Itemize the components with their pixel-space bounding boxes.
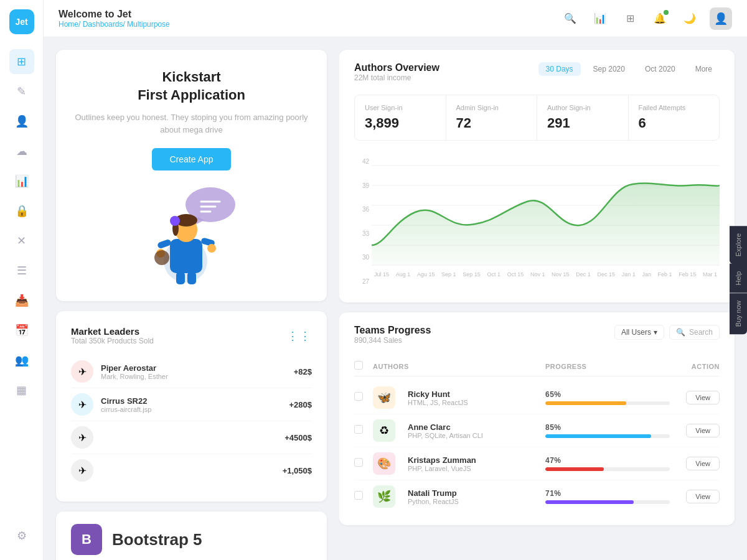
select-all-checkbox[interactable] — [354, 361, 363, 370]
team-member-name: Kristaps Zumman — [408, 455, 545, 465]
view-button[interactable]: View — [686, 490, 720, 503]
notification-icon[interactable]: 🔔 — [650, 9, 670, 29]
sidebar-item-group[interactable]: 👥 — [9, 348, 34, 373]
sidebar-item-cloud[interactable]: ☁ — [9, 139, 34, 164]
avatar[interactable]: 👤 — [710, 7, 732, 30]
row-checkbox[interactable] — [354, 491, 363, 500]
team-avatar: ♻ — [373, 419, 395, 442]
stat-failed-attempts: Failed Attempts 6 — [629, 95, 720, 140]
chart-x-label: Dec 1 — [576, 271, 591, 278]
stat-admin-signin: Admin Sign-in 72 — [446, 95, 538, 140]
chart-icon[interactable]: 📊 — [590, 9, 610, 29]
chart-x-label: Oct 1 — [487, 271, 501, 278]
team-avatar: 🎨 — [373, 452, 395, 475]
sidebar-item-inbox[interactable]: 📥 — [9, 288, 34, 313]
app-logo[interactable]: Jet — [9, 9, 34, 34]
market-leaders-options[interactable]: ⋮⋮ — [287, 329, 312, 343]
search-icon[interactable]: 🔍 — [560, 9, 580, 29]
kickstart-card: Kickstart First Application Outlines kee… — [56, 50, 327, 301]
progress-bar — [545, 500, 634, 504]
team-member-skills: HTML, JS, ReactJS — [408, 399, 545, 406]
teams-controls: All Users ▾ 🔍 Search — [614, 325, 720, 340]
page-title: Welcome to Jet — [59, 9, 560, 20]
team-progress: 65% — [545, 390, 670, 405]
market-item-value: +82$ — [294, 367, 312, 376]
view-button[interactable]: View — [686, 424, 720, 437]
team-member-skills: PHP, SQLite, Artisan CLI — [408, 432, 545, 439]
sidebar: Jet ⊞ ✎ 👤 ☁ 📊 🔒 ✕ ☰ 📥 📅 👥 ▦ ⚙ — [0, 0, 44, 560]
help-tab[interactable]: Help — [730, 264, 747, 293]
row-checkbox[interactable] — [354, 425, 363, 434]
teams-search-placeholder: Search — [689, 328, 713, 337]
svg-point-14 — [207, 244, 216, 253]
sidebar-item-edit[interactable]: ✎ — [9, 79, 34, 104]
chart-x-labels: Jul 15 Aug 1 Agu 15 Sep 1 Sep 15 Oct 1 O… — [372, 271, 720, 278]
market-leaders-header: Market Leaders Total 350k Products Sold … — [71, 326, 312, 345]
sidebar-item-lock[interactable]: 🔒 — [9, 198, 34, 223]
chart-x-label: Oct 15 — [507, 271, 524, 278]
sidebar-item-template[interactable]: ▦ — [9, 378, 34, 403]
period-tab-more[interactable]: More — [688, 62, 720, 76]
teams-progress-header: Teams Progress 890,344 Sales All Users ▾… — [354, 325, 720, 355]
chart-x-label: Nov 1 — [530, 271, 545, 278]
market-item-sub: Mark, Rowling, Esther — [101, 373, 286, 380]
chart-svg — [372, 153, 720, 271]
kickstart-title: Kickstart First Application — [71, 68, 312, 104]
sidebar-item-grid[interactable]: ⊞ — [9, 49, 34, 74]
view-button[interactable]: View — [686, 391, 720, 404]
svg-point-15 — [154, 250, 169, 265]
authors-total-income: 22M total income — [354, 73, 439, 82]
team-member-name: Natali Trump — [408, 488, 545, 498]
main-area: Welcome to Jet Home/ Dashboards/ Multipu… — [44, 0, 747, 560]
progress-bar — [545, 434, 651, 438]
market-item-sub: cirrus-aircraft.jsp — [101, 406, 281, 413]
team-member-skills: PHP, Laravel, VueJS — [408, 465, 545, 472]
teams-progress-card: Teams Progress 890,344 Sales All Users ▾… — [339, 312, 735, 525]
create-app-button[interactable]: Create App — [152, 148, 230, 170]
authors-overview-header: Authors Overview 22M total income 30 Day… — [354, 62, 720, 92]
chart-x-label: Dec 15 — [597, 271, 615, 278]
illustration — [71, 183, 312, 282]
view-button[interactable]: View — [686, 457, 720, 470]
sidebar-item-menu[interactable]: ☰ — [9, 258, 34, 283]
sidebar-item-close[interactable]: ✕ — [9, 228, 34, 253]
chart-x-label: Feb 1 — [658, 271, 672, 278]
teams-progress-subtitle: 890,344 Sales — [354, 336, 431, 345]
chart-x-label: Jul 15 — [374, 271, 389, 278]
svg-rect-16 — [176, 272, 185, 284]
team-progress: 47% — [545, 456, 670, 471]
dark-mode-toggle[interactable]: 🌙 — [680, 9, 700, 29]
list-item: ✈ +4500$ — [71, 421, 312, 454]
chart-y-label: 27 — [362, 278, 369, 285]
chart-x-label: Sep 1 — [441, 271, 456, 278]
right-panel: Authors Overview 22M total income 30 Day… — [339, 37, 747, 560]
period-tab-30days[interactable]: 30 Days — [538, 62, 581, 76]
period-tab-sep2020[interactable]: Sep 2020 — [586, 62, 632, 76]
all-users-dropdown[interactable]: All Users ▾ — [614, 325, 664, 340]
buy-now-tab[interactable]: Buy now — [730, 293, 747, 334]
team-member-skills: Python, ReactJS — [408, 498, 545, 505]
period-tab-oct2020[interactable]: Oct 2020 — [637, 62, 683, 76]
team-avatar: 🌿 — [373, 485, 395, 508]
teams-table-header: AUTHORS PROGRESS ACTION — [354, 357, 720, 376]
market-item-icon: ✈ — [71, 459, 93, 482]
teams-search-box[interactable]: 🔍 Search — [669, 325, 720, 340]
sidebar-item-settings[interactable]: ⚙ — [9, 523, 34, 548]
explore-tab[interactable]: Explore — [730, 226, 747, 264]
sidebar-item-user[interactable]: 👤 — [9, 109, 34, 134]
chart-y-label: 42 — [362, 158, 369, 165]
kickstart-description: Outlines keep you honest. They stoping y… — [71, 111, 312, 136]
apps-icon[interactable]: ⊞ — [620, 9, 640, 29]
row-checkbox[interactable] — [354, 458, 363, 467]
bootstrap-icon: B — [71, 524, 102, 555]
notification-dot — [664, 10, 669, 15]
sidebar-item-cal[interactable]: 📅 — [9, 318, 34, 343]
market-leaders-title: Market Leaders — [71, 326, 154, 337]
left-panel: Kickstart First Application Outlines kee… — [44, 37, 339, 560]
market-item-icon: ✈ — [71, 393, 93, 416]
svg-point-10 — [170, 216, 180, 226]
bootstrap-label: Bootstrap 5 — [112, 530, 202, 549]
row-checkbox[interactable] — [354, 392, 363, 401]
chart-y-label: 39 — [362, 182, 369, 189]
sidebar-item-chart[interactable]: 📊 — [9, 169, 34, 194]
